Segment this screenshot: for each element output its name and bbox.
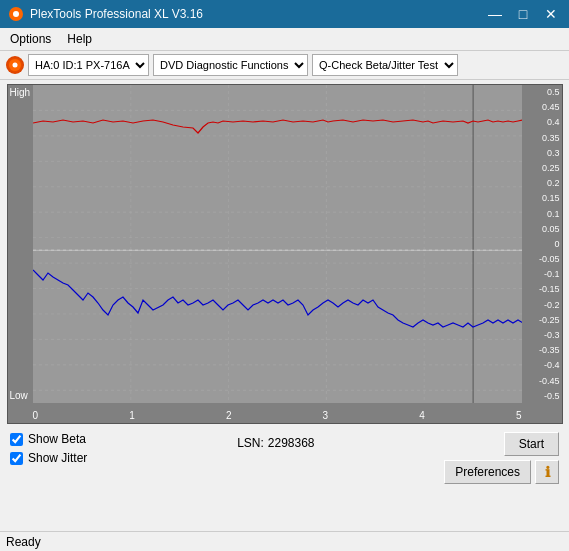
y-label-8: 0.1 bbox=[526, 209, 560, 219]
y-label-17: -0.35 bbox=[526, 345, 560, 355]
close-button[interactable]: ✕ bbox=[541, 4, 561, 24]
show-jitter-checkbox[interactable] bbox=[10, 452, 23, 465]
x-label-2: 2 bbox=[226, 410, 232, 421]
y-label-6: 0.2 bbox=[526, 178, 560, 188]
chart-container: High Low bbox=[7, 84, 563, 424]
y-label-10: 0 bbox=[526, 239, 560, 249]
lsn-label: LSN: bbox=[237, 436, 264, 450]
main-content: High Low bbox=[0, 80, 569, 488]
minimize-button[interactable]: — bbox=[485, 4, 505, 24]
info-icon: ℹ bbox=[545, 464, 550, 480]
function-select[interactable]: DVD Diagnostic Functions bbox=[153, 54, 308, 76]
y-axis-labels: 0.5 0.45 0.4 0.35 0.3 0.25 0.2 0.15 0.1 … bbox=[524, 85, 562, 403]
y-label-20: -0.5 bbox=[526, 391, 560, 401]
y-label-5: 0.25 bbox=[526, 163, 560, 173]
y-label-18: -0.4 bbox=[526, 360, 560, 370]
y-label-0: 0.5 bbox=[526, 87, 560, 97]
start-button[interactable]: Start bbox=[504, 432, 559, 456]
status-bar: Ready bbox=[0, 531, 569, 551]
lsn-value: 2298368 bbox=[268, 436, 315, 450]
y-label-16: -0.3 bbox=[526, 330, 560, 340]
title-bar-title: PlexTools Professional XL V3.16 bbox=[30, 7, 203, 21]
show-beta-label: Show Beta bbox=[28, 432, 86, 446]
show-beta-row: Show Beta bbox=[10, 432, 87, 446]
y-label-15: -0.25 bbox=[526, 315, 560, 325]
y-label-13: -0.15 bbox=[526, 284, 560, 294]
y-label-2: 0.4 bbox=[526, 117, 560, 127]
x-label-1: 1 bbox=[129, 410, 135, 421]
y-label-12: -0.1 bbox=[526, 269, 560, 279]
menu-bar: Options Help bbox=[0, 28, 569, 51]
x-label-3: 3 bbox=[323, 410, 329, 421]
svg-point-3 bbox=[13, 63, 18, 68]
y-label-3: 0.35 bbox=[526, 133, 560, 143]
menu-options[interactable]: Options bbox=[4, 30, 57, 48]
y-label-7: 0.15 bbox=[526, 193, 560, 203]
x-label-0: 0 bbox=[33, 410, 39, 421]
x-axis-labels: 0 1 2 3 4 5 bbox=[33, 410, 522, 421]
maximize-button[interactable]: □ bbox=[513, 4, 533, 24]
y-label-11: -0.05 bbox=[526, 254, 560, 264]
y-label-14: -0.2 bbox=[526, 300, 560, 310]
title-bar: PlexTools Professional XL V3.16 — □ ✕ bbox=[0, 0, 569, 28]
show-jitter-label: Show Jitter bbox=[28, 451, 87, 465]
chart-inner bbox=[33, 85, 522, 403]
y-label-19: -0.45 bbox=[526, 376, 560, 386]
status-text: Ready bbox=[6, 535, 41, 549]
y-label-low: Low bbox=[10, 390, 28, 401]
x-label-4: 4 bbox=[419, 410, 425, 421]
svg-point-1 bbox=[13, 11, 19, 17]
preferences-button[interactable]: Preferences bbox=[444, 460, 531, 484]
show-beta-checkbox[interactable] bbox=[10, 433, 23, 446]
toolbar: HA:0 ID:1 PX-716A DVD Diagnostic Functio… bbox=[0, 51, 569, 80]
info-button[interactable]: ℹ bbox=[535, 460, 559, 484]
y-label-1: 0.45 bbox=[526, 102, 560, 112]
show-jitter-row: Show Jitter bbox=[10, 451, 87, 465]
drive-select[interactable]: HA:0 ID:1 PX-716A bbox=[28, 54, 149, 76]
drive-icon bbox=[6, 56, 24, 74]
y-label-9: 0.05 bbox=[526, 224, 560, 234]
y-label-4: 0.3 bbox=[526, 148, 560, 158]
x-label-5: 5 bbox=[516, 410, 522, 421]
app-icon bbox=[8, 6, 24, 22]
menu-help[interactable]: Help bbox=[61, 30, 98, 48]
test-select[interactable]: Q-Check Beta/Jitter Test bbox=[312, 54, 458, 76]
y-label-high: High bbox=[10, 87, 31, 98]
